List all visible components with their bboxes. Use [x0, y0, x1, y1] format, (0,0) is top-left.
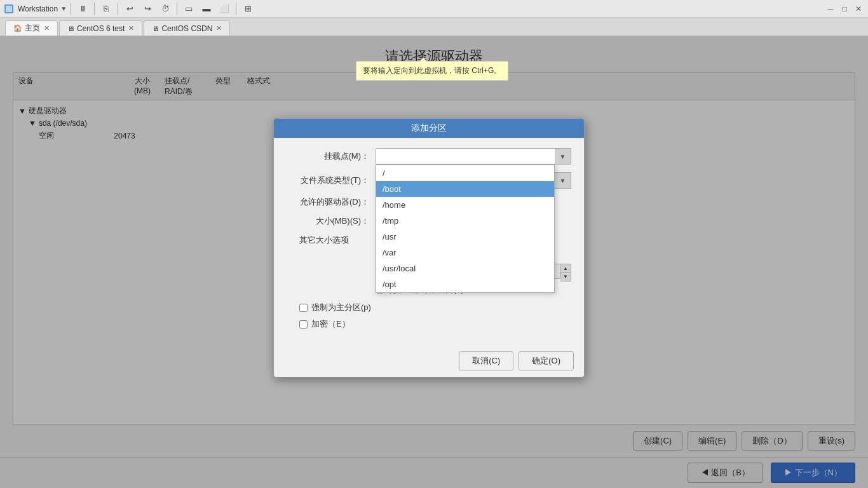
dropdown-item-home[interactable]: /home	[376, 197, 554, 213]
tooltip: 要将输入定向到此虚拟机，请按 Ctrl+G。	[356, 61, 508, 81]
mount-point-input[interactable]	[376, 148, 571, 165]
window-controls: ─ □ ✕	[824, 2, 865, 16]
minimize-button[interactable]: ─	[824, 2, 837, 16]
toolbar-btn-5[interactable]: ↪	[139, 1, 156, 17]
mount-point-row: 挂载点(M)： ▼ / /boot /home /tmp /usr /var /	[287, 148, 571, 165]
toolbar-btn-9[interactable]: ⬜	[215, 1, 233, 17]
tab-home-label: 主页	[25, 23, 40, 34]
mount-dropdown: / /boot /home /tmp /usr /var /usr/local …	[376, 165, 555, 293]
tab-bar: 🏠 主页 ✕ 🖥 CentOS 6 test ✕ 🖥 CentOS CSDN ✕	[0, 18, 868, 36]
titlebar: Workstation ▼ ⏸ ⎘ ↩ ↪ ⏱ ▭ ▬ ⬜ ⊞ ─ □ ✕	[0, 0, 868, 18]
cancel-button[interactable]: 取消(C)	[459, 351, 513, 370]
dropdown-item-usr[interactable]: /usr	[376, 229, 554, 245]
tab-centos-csdn[interactable]: 🖥 CentOS CSDN ✕	[144, 20, 230, 36]
checkbox-primary-row: 强制为主分区(p)	[287, 302, 571, 313]
checkbox-encrypt-label: 加密（E）	[311, 318, 350, 330]
tab-home-close[interactable]: ✕	[44, 24, 50, 32]
dropdown-item-tmp[interactable]: /tmp	[376, 213, 554, 229]
fs-dropdown-arrow[interactable]: ▼	[555, 172, 571, 189]
tab-centos-test-label: CentOS 6 test	[77, 24, 125, 33]
app-name: Workstation	[18, 4, 58, 13]
toolbar-btn-10[interactable]: ⊞	[239, 1, 257, 17]
checkbox-primary-label: 强制为主分区(p)	[311, 302, 371, 313]
spinner-down[interactable]: ▼	[560, 273, 571, 281]
restore-button[interactable]: □	[837, 2, 851, 16]
app-dropdown[interactable]: ▼	[60, 5, 67, 12]
toolbar-pause-btn[interactable]: ⏸	[74, 1, 92, 17]
tab-centos-csdn-label: CentOS CSDN	[161, 24, 212, 33]
add-partition-dialog: 添加分区 挂载点(M)： ▼ / /boot /home /tmp	[273, 118, 585, 377]
dialog-body: 挂载点(M)： ▼ / /boot /home /tmp /usr /var /	[274, 138, 584, 345]
toolbar-btn-4[interactable]: ↩	[121, 1, 139, 17]
toolbar-btn-7[interactable]: ▭	[180, 1, 198, 17]
tab-home-icon: 🏠	[13, 24, 22, 32]
close-button[interactable]: ✕	[851, 2, 865, 16]
spinner-up[interactable]: ▲	[560, 264, 571, 273]
dropdown-item-opt[interactable]: /opt	[376, 276, 554, 292]
tab-centos-test-close[interactable]: ✕	[128, 24, 134, 32]
fs-type-label: 文件系统类型(T)：	[287, 175, 376, 186]
tab-centos-test-icon: 🖥	[67, 25, 74, 32]
titlebar-sep-4	[177, 3, 177, 15]
tab-centos-csdn-close[interactable]: ✕	[216, 24, 222, 32]
mount-select-wrapper: ▼ / /boot /home /tmp /usr /var /usr/loca…	[376, 148, 571, 165]
mount-point-label: 挂载点(M)：	[287, 151, 376, 162]
svg-rect-1	[6, 6, 12, 12]
spinner-buttons: ▲ ▼	[560, 264, 571, 281]
checkbox-encrypt[interactable]	[299, 320, 308, 329]
dialog-footer: 取消(C) 确定(O)	[274, 345, 584, 377]
titlebar-sep-2	[94, 3, 95, 15]
allowed-drivers-label: 允许的驱动器(D)：	[287, 196, 376, 208]
tooltip-text: 要将输入定向到此虚拟机，请按 Ctrl+G。	[363, 66, 501, 75]
dropdown-item-var[interactable]: /var	[376, 245, 554, 261]
tab-centos-csdn-icon: 🖥	[152, 25, 159, 32]
dropdown-item-root[interactable]: /	[376, 165, 554, 181]
checkbox-encrypt-row: 加密（E）	[287, 318, 571, 330]
main-content: 要将输入定向到此虚拟机，请按 Ctrl+G。 请选择源驱动器 设备 大小(MB)…	[0, 36, 868, 488]
titlebar-sep-3	[118, 3, 118, 15]
checkbox-primary[interactable]	[299, 304, 308, 312]
tab-home[interactable]: 🏠 主页 ✕	[5, 20, 58, 36]
toolbar-btn-6[interactable]: ⏱	[156, 1, 174, 17]
tab-centos-test[interactable]: 🖥 CentOS 6 test ✕	[59, 20, 142, 36]
dropdown-item-usr-local[interactable]: /usr/local	[376, 261, 554, 276]
dropdown-item-boot[interactable]: /boot	[376, 181, 554, 197]
titlebar-sep-1	[71, 3, 71, 15]
modal-overlay: 添加分区 挂载点(M)： ▼ / /boot /home /tmp	[0, 36, 868, 488]
titlebar-sep-5	[236, 3, 236, 15]
mount-dropdown-arrow[interactable]: ▼	[555, 148, 571, 165]
app-icon	[3, 3, 15, 15]
size-label: 大小(MB)(S)：	[287, 215, 376, 227]
toolbar-btn-8[interactable]: ▬	[198, 1, 215, 17]
toolbar-btn-3[interactable]: ⎘	[97, 1, 115, 17]
ok-button[interactable]: 确定(O)	[519, 351, 574, 370]
dialog-title: 添加分区	[274, 119, 584, 138]
